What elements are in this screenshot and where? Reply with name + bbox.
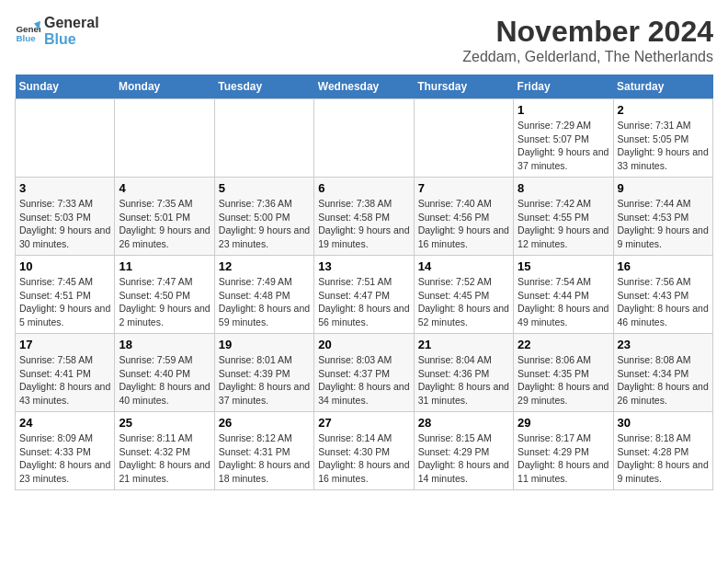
col-header-friday: Friday [514, 75, 613, 99]
day-cell: 13Sunrise: 7:51 AM Sunset: 4:47 PM Dayli… [314, 256, 414, 334]
day-cell: 11Sunrise: 7:47 AM Sunset: 4:50 PM Dayli… [115, 256, 214, 334]
col-header-sunday: Sunday [16, 75, 115, 99]
day-info: Sunrise: 8:03 AM Sunset: 4:37 PM Dayligh… [318, 353, 409, 408]
day-info: Sunrise: 7:36 AM Sunset: 5:00 PM Dayligh… [219, 197, 310, 251]
day-cell: 17Sunrise: 7:58 AM Sunset: 4:41 PM Dayli… [16, 334, 115, 412]
svg-text:Blue: Blue [16, 33, 36, 43]
week-row-3: 10Sunrise: 7:45 AM Sunset: 4:51 PM Dayli… [16, 256, 713, 334]
day-number: 12 [219, 259, 310, 273]
day-info: Sunrise: 8:14 AM Sunset: 4:30 PM Dayligh… [318, 431, 409, 486]
day-number: 19 [219, 338, 310, 351]
day-number: 18 [119, 338, 210, 351]
day-number: 13 [318, 259, 409, 273]
day-cell: 30Sunrise: 8:18 AM Sunset: 4:28 PM Dayli… [613, 412, 712, 490]
location-title: Zeddam, Gelderland, The Netherlands [462, 49, 713, 65]
week-row-1: 1Sunrise: 7:29 AM Sunset: 5:07 PM Daylig… [16, 99, 713, 178]
day-info: Sunrise: 7:52 AM Sunset: 4:45 PM Dayligh… [418, 275, 509, 329]
day-cell: 3Sunrise: 7:33 AM Sunset: 5:03 PM Daylig… [16, 178, 115, 256]
col-header-thursday: Thursday [414, 75, 513, 99]
header-row: SundayMondayTuesdayWednesdayThursdayFrid… [16, 75, 713, 99]
logo: General Blue GeneralBlue [15, 15, 99, 47]
title-area: November 2024 Zeddam, Gelderland, The Ne… [462, 15, 713, 65]
day-number: 27 [318, 416, 409, 430]
day-number: 8 [518, 181, 609, 195]
day-cell: 26Sunrise: 8:12 AM Sunset: 4:31 PM Dayli… [214, 412, 313, 490]
day-info: Sunrise: 7:54 AM Sunset: 4:44 PM Dayligh… [518, 275, 609, 329]
day-info: Sunrise: 7:51 AM Sunset: 4:47 PM Dayligh… [318, 275, 409, 329]
day-number: 15 [518, 259, 609, 273]
day-cell [314, 99, 414, 178]
day-number: 6 [318, 181, 409, 195]
day-info: Sunrise: 7:56 AM Sunset: 4:43 PM Dayligh… [618, 275, 709, 329]
day-cell: 18Sunrise: 7:59 AM Sunset: 4:40 PM Dayli… [115, 334, 214, 412]
day-number: 7 [418, 181, 509, 195]
day-cell: 8Sunrise: 7:42 AM Sunset: 4:55 PM Daylig… [514, 178, 613, 256]
logo-icon: General Blue [15, 18, 40, 44]
day-cell [214, 99, 313, 178]
day-info: Sunrise: 8:09 AM Sunset: 4:33 PM Dayligh… [19, 431, 110, 486]
col-header-saturday: Saturday [613, 75, 712, 99]
day-cell: 21Sunrise: 8:04 AM Sunset: 4:36 PM Dayli… [414, 334, 513, 412]
day-info: Sunrise: 8:12 AM Sunset: 4:31 PM Dayligh… [219, 431, 310, 486]
day-info: Sunrise: 8:15 AM Sunset: 4:29 PM Dayligh… [418, 431, 509, 486]
day-number: 25 [119, 416, 210, 430]
day-number: 28 [418, 416, 509, 430]
day-info: Sunrise: 8:06 AM Sunset: 4:35 PM Dayligh… [518, 353, 609, 408]
day-info: Sunrise: 7:29 AM Sunset: 5:07 PM Dayligh… [518, 119, 609, 173]
day-number: 16 [618, 259, 709, 273]
day-info: Sunrise: 8:08 AM Sunset: 4:34 PM Dayligh… [618, 353, 709, 408]
day-cell: 4Sunrise: 7:35 AM Sunset: 5:01 PM Daylig… [115, 178, 214, 256]
day-number: 22 [518, 338, 609, 351]
day-cell [115, 99, 214, 178]
day-cell: 1Sunrise: 7:29 AM Sunset: 5:07 PM Daylig… [514, 99, 613, 178]
day-number: 21 [418, 338, 509, 351]
day-cell: 25Sunrise: 8:11 AM Sunset: 4:32 PM Dayli… [115, 412, 214, 490]
col-header-tuesday: Tuesday [214, 75, 313, 99]
day-cell: 9Sunrise: 7:44 AM Sunset: 4:53 PM Daylig… [613, 178, 712, 256]
day-number: 1 [518, 103, 609, 117]
week-row-4: 17Sunrise: 7:58 AM Sunset: 4:41 PM Dayli… [16, 334, 713, 412]
day-info: Sunrise: 7:31 AM Sunset: 5:05 PM Dayligh… [618, 119, 709, 173]
day-cell: 19Sunrise: 8:01 AM Sunset: 4:39 PM Dayli… [214, 334, 313, 412]
day-info: Sunrise: 8:01 AM Sunset: 4:39 PM Dayligh… [219, 353, 310, 408]
day-cell: 16Sunrise: 7:56 AM Sunset: 4:43 PM Dayli… [613, 256, 712, 334]
day-cell: 2Sunrise: 7:31 AM Sunset: 5:05 PM Daylig… [613, 99, 712, 178]
day-number: 17 [19, 338, 110, 351]
day-number: 5 [219, 181, 310, 195]
col-header-wednesday: Wednesday [314, 75, 414, 99]
day-info: Sunrise: 7:58 AM Sunset: 4:41 PM Dayligh… [19, 353, 110, 408]
day-cell: 22Sunrise: 8:06 AM Sunset: 4:35 PM Dayli… [514, 334, 613, 412]
day-number: 11 [119, 259, 210, 273]
day-cell [414, 99, 513, 178]
day-cell: 10Sunrise: 7:45 AM Sunset: 4:51 PM Dayli… [16, 256, 115, 334]
week-row-2: 3Sunrise: 7:33 AM Sunset: 5:03 PM Daylig… [16, 178, 713, 256]
day-info: Sunrise: 7:35 AM Sunset: 5:01 PM Dayligh… [119, 197, 210, 251]
day-cell: 20Sunrise: 8:03 AM Sunset: 4:37 PM Dayli… [314, 334, 414, 412]
day-info: Sunrise: 7:38 AM Sunset: 4:58 PM Dayligh… [318, 197, 409, 251]
day-cell: 29Sunrise: 8:17 AM Sunset: 4:29 PM Dayli… [514, 412, 613, 490]
day-number: 9 [618, 181, 709, 195]
month-title: November 2024 [462, 15, 713, 49]
day-info: Sunrise: 8:04 AM Sunset: 4:36 PM Dayligh… [418, 353, 509, 408]
day-cell: 24Sunrise: 8:09 AM Sunset: 4:33 PM Dayli… [16, 412, 115, 490]
header: General Blue GeneralBlue November 2024 Z… [15, 15, 713, 65]
day-info: Sunrise: 7:44 AM Sunset: 4:53 PM Dayligh… [618, 197, 709, 251]
day-info: Sunrise: 7:59 AM Sunset: 4:40 PM Dayligh… [119, 353, 210, 408]
day-number: 2 [618, 103, 709, 117]
day-cell: 15Sunrise: 7:54 AM Sunset: 4:44 PM Dayli… [514, 256, 613, 334]
day-cell: 28Sunrise: 8:15 AM Sunset: 4:29 PM Dayli… [414, 412, 513, 490]
day-cell: 12Sunrise: 7:49 AM Sunset: 4:48 PM Dayli… [214, 256, 313, 334]
logo-text: GeneralBlue [44, 15, 99, 47]
day-info: Sunrise: 7:47 AM Sunset: 4:50 PM Dayligh… [119, 275, 210, 329]
day-number: 23 [618, 338, 709, 351]
day-info: Sunrise: 7:45 AM Sunset: 4:51 PM Dayligh… [19, 275, 110, 329]
day-number: 4 [119, 181, 210, 195]
day-info: Sunrise: 7:33 AM Sunset: 5:03 PM Dayligh… [19, 197, 110, 251]
day-cell [16, 99, 115, 178]
day-cell: 14Sunrise: 7:52 AM Sunset: 4:45 PM Dayli… [414, 256, 513, 334]
day-cell: 5Sunrise: 7:36 AM Sunset: 5:00 PM Daylig… [214, 178, 313, 256]
day-cell: 23Sunrise: 8:08 AM Sunset: 4:34 PM Dayli… [613, 334, 712, 412]
day-number: 14 [418, 259, 509, 273]
day-number: 20 [318, 338, 409, 351]
col-header-monday: Monday [115, 75, 214, 99]
